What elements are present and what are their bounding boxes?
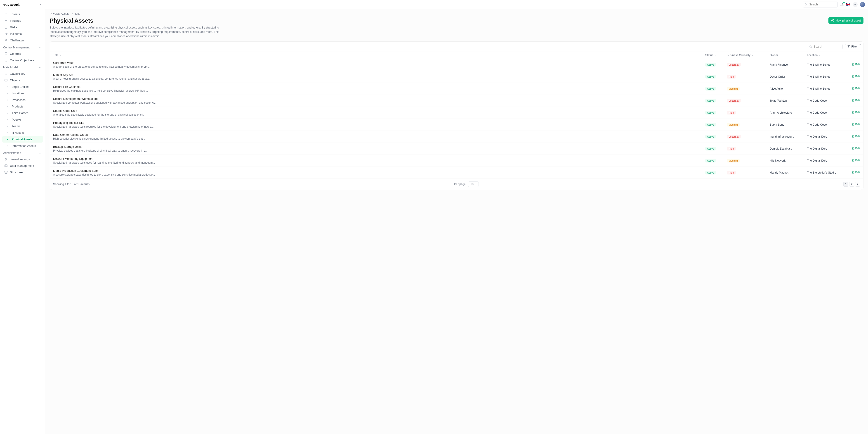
row-title: Master Key Set bbox=[53, 73, 705, 77]
sidebar-item-user-management[interactable]: User Management bbox=[2, 163, 43, 169]
page-button-2[interactable]: 2 bbox=[849, 182, 854, 187]
sidebar-item-processes[interactable]: Processes bbox=[2, 97, 43, 103]
column-header-owner[interactable]: Owner bbox=[770, 54, 807, 57]
row-title: Data Center Access Cards bbox=[53, 133, 705, 137]
owner-cell: Ingrid Infrastructure bbox=[770, 135, 807, 138]
sidebar-item-information-assets[interactable]: Information Assets bbox=[2, 143, 43, 149]
edit-button[interactable]: Edit bbox=[851, 171, 860, 174]
sidebar-section-administration[interactable]: Administration bbox=[2, 149, 43, 156]
edit-button[interactable]: Edit bbox=[851, 135, 860, 138]
sidebar-item-findings[interactable]: Findings bbox=[2, 18, 43, 24]
sidebar-item-challenges[interactable]: Challenges bbox=[2, 37, 43, 44]
table-row[interactable]: Prototyping Tools & KitsSpecialized hard… bbox=[50, 119, 863, 131]
language-flag-uk[interactable] bbox=[846, 3, 850, 6]
table-row[interactable]: Source Code SafeA fortified safe specifi… bbox=[50, 107, 863, 119]
sparkle-icon bbox=[4, 72, 8, 75]
owner-cell: Tejas Techtop bbox=[770, 99, 807, 102]
column-header-criticality[interactable]: Business Criticality bbox=[727, 54, 770, 57]
page-button-1[interactable]: 1 bbox=[843, 182, 848, 187]
per-page-select[interactable]: 10 bbox=[468, 181, 479, 187]
sidebar-item-capabilities[interactable]: Capabilities bbox=[2, 70, 43, 77]
edit-button[interactable]: Edit bbox=[851, 63, 860, 66]
sidebar-item-label: Information Assets bbox=[12, 144, 36, 147]
sidebar-item-control-objectives[interactable]: Control Objectives bbox=[2, 57, 43, 64]
edit-button[interactable]: Edit bbox=[851, 123, 860, 126]
page-header: Physical Assets Below, the interface fac… bbox=[50, 17, 864, 38]
bullet-icon bbox=[7, 139, 8, 140]
chevron-up-icon bbox=[39, 152, 41, 154]
sidebar-item-locations[interactable]: Locations bbox=[2, 90, 43, 97]
table-row[interactable]: Secure File CabinetsReinforced file cabi… bbox=[50, 83, 863, 95]
edit-button[interactable]: Edit bbox=[851, 159, 860, 162]
sidebar-item-controls[interactable]: Controls bbox=[2, 51, 43, 57]
per-page-label: Per page bbox=[454, 183, 466, 186]
table-row[interactable]: Data Center Access CardsHigh-security el… bbox=[50, 131, 863, 143]
row-title: Corporate Vault bbox=[53, 61, 705, 64]
column-header-location[interactable]: Location bbox=[807, 54, 850, 57]
breadcrumb-item[interactable]: Physical Assets bbox=[50, 12, 69, 16]
table-row[interactable]: Network Monitoring EquipmentSpecialized … bbox=[50, 155, 863, 167]
table-row[interactable]: Master Key SetA set of keys granting acc… bbox=[50, 71, 863, 83]
owner-cell: Oscar Order bbox=[770, 75, 807, 78]
table-row[interactable]: Corporate VaultA large, state-of-the-art… bbox=[50, 59, 863, 71]
table-row[interactable]: Backup Storage UnitsPhysical devices tha… bbox=[50, 143, 863, 155]
row-title: Prototyping Tools & Kits bbox=[53, 121, 705, 124]
shield-check-icon bbox=[4, 52, 8, 55]
breadcrumb-item[interactable]: List bbox=[75, 12, 80, 16]
row-description: Specialized hardware tools used for real… bbox=[53, 161, 189, 164]
bullet-icon bbox=[7, 113, 8, 114]
sidebar-item-teams[interactable]: Teams bbox=[2, 123, 43, 129]
row-description: High-security electronic cards granting … bbox=[53, 137, 189, 140]
sidebar-item-products[interactable]: Products bbox=[2, 103, 43, 110]
column-header-title[interactable]: Title bbox=[53, 54, 705, 57]
shield-icon bbox=[4, 26, 8, 29]
sidebar-item-tenant-settings[interactable]: Tenant settings bbox=[2, 156, 43, 163]
brand-logo[interactable]: vucavoid. bbox=[3, 2, 20, 7]
sidebar-collapse-button[interactable] bbox=[39, 3, 49, 6]
edit-button[interactable]: Edit bbox=[851, 75, 860, 78]
column-header-status[interactable]: Status bbox=[705, 54, 727, 57]
table-search-input[interactable] bbox=[808, 44, 843, 49]
edit-button[interactable]: Edit bbox=[851, 111, 860, 114]
chevron-right-icon bbox=[71, 13, 73, 15]
criticality-badge: High bbox=[727, 171, 736, 174]
sidebar-item-structures[interactable]: Structures bbox=[2, 169, 43, 176]
sidebar-item-physical-assets[interactable]: Physical Assets bbox=[2, 136, 43, 143]
chevron-up-icon bbox=[39, 66, 41, 69]
sidebar-item-it-assets[interactable]: IT Assets bbox=[2, 129, 43, 136]
sidebar-item-incidents[interactable]: Incidents bbox=[2, 31, 43, 37]
notifications-button[interactable]: 43 bbox=[840, 3, 844, 6]
criticality-badge: Essential bbox=[727, 63, 741, 66]
global-search-input[interactable] bbox=[803, 2, 838, 7]
sidebar-item-people[interactable]: People bbox=[2, 116, 43, 123]
location-cell: The Code Cove bbox=[807, 99, 850, 102]
sidebar-item-objects[interactable]: Objects bbox=[2, 77, 43, 84]
filter-button[interactable]: Filter 0 bbox=[845, 44, 860, 49]
table-footer: Showing 1 to 10 of 15 results Per page 1… bbox=[50, 179, 863, 190]
next-page-button[interactable] bbox=[855, 182, 860, 187]
sidebar-section-meta-model[interactable]: Meta Model bbox=[2, 64, 43, 70]
sidebar-item-third-parties[interactable]: Third Parties bbox=[2, 110, 43, 116]
edit-button[interactable]: Edit bbox=[851, 147, 860, 150]
sidebar-item-risks[interactable]: Risks bbox=[2, 24, 43, 31]
edit-icon bbox=[851, 99, 854, 102]
criticality-badge: High bbox=[727, 147, 736, 150]
table-row[interactable]: Secure Development WorkstationsSpecializ… bbox=[50, 95, 863, 107]
zap-icon bbox=[4, 32, 8, 35]
sidebar-item-label: Products bbox=[12, 105, 23, 108]
sidebar-section-control-management[interactable]: Control Management bbox=[2, 44, 43, 51]
edit-button[interactable]: Edit bbox=[851, 87, 860, 90]
sidebar-item-legal-entities[interactable]: Legal Entities bbox=[2, 84, 43, 90]
status-badge: Active bbox=[705, 159, 716, 163]
table-row[interactable]: Media Production Equipment SafeA secure … bbox=[50, 167, 863, 179]
svg-point-17 bbox=[5, 165, 6, 166]
new-physical-asset-button[interactable]: New physical asset bbox=[829, 17, 864, 24]
search-icon bbox=[809, 45, 812, 48]
sidebar-item-threats[interactable]: Threats bbox=[2, 11, 43, 18]
edit-icon bbox=[851, 171, 854, 174]
svg-marker-9 bbox=[4, 32, 7, 35]
global-add-button[interactable] bbox=[852, 2, 858, 7]
user-avatar[interactable] bbox=[860, 2, 865, 7]
row-title: Network Monitoring Equipment bbox=[53, 157, 705, 161]
edit-button[interactable]: Edit bbox=[851, 99, 860, 102]
